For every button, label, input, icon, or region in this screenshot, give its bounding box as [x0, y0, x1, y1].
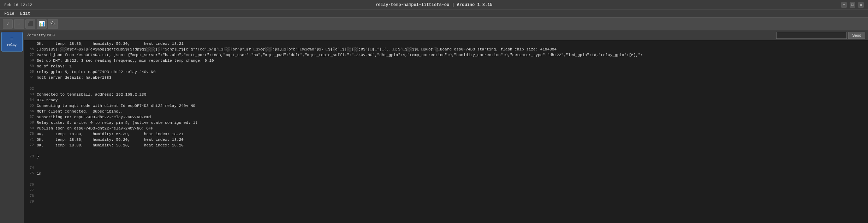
line-content: mqtt server details: ha.abe/1883: [37, 75, 868, 80]
line-row: 66MQTT client connected. Subscribing..: [24, 109, 868, 114]
line-row: 76: [24, 182, 868, 188]
line-number: 71: [24, 137, 37, 143]
line-row: [24, 159, 868, 165]
line-row: 75in: [24, 171, 868, 176]
close-button[interactable]: ✕: [858, 2, 864, 8]
title-bar-center: relay-temp-hampel-littlefs-oo | Arduino …: [375, 2, 492, 7]
line-number: 69: [24, 126, 37, 131]
line-row: 73}: [24, 154, 868, 159]
line-row: [24, 148, 868, 154]
window-title: relay-temp-hampel-littlefs-oo | Arduino …: [375, 2, 492, 7]
line-row: OK, temp: 18.80, humidity: 56.30, heat i…: [24, 41, 868, 47]
minimize-button[interactable]: ─: [841, 2, 847, 8]
line-row: 69Publish json on esp0F74D3-dht22-relay-…: [24, 126, 868, 131]
relay-icon: ≡: [10, 36, 14, 43]
line-content: Relay state: 0, write: 0 to relay pin 5,…: [37, 120, 868, 126]
line-number: 70: [24, 131, 37, 137]
upload-button[interactable]: →: [14, 19, 24, 29]
line-number: 76: [24, 182, 37, 188]
line-content: in: [37, 171, 868, 176]
line-row: 72OK, temp: 18.80, humidity: 56.10, heat…: [24, 143, 868, 148]
line-row: 55;ld$$|$${|░░░d$c<¼$%[${c#$‰oğ¡goƒ¢c□p$…: [24, 47, 868, 52]
line-content: OTA ready: [37, 97, 868, 103]
send-area: Send: [776, 32, 865, 39]
line-number: 68: [24, 120, 37, 126]
line-content: OK, temp: 18.80, humidity: 56.30, heat i…: [37, 41, 868, 47]
sidebar: ≡ relay: [0, 30, 24, 223]
line-content: MQTT client connected. Subscribing..: [37, 109, 868, 114]
serial-top-bar: /dev/ttyUSB0 Send: [24, 30, 868, 40]
send-button[interactable]: Send: [848, 32, 865, 39]
line-content: OK, temp: 18.80, humidity: 56.30, heat i…: [37, 131, 868, 137]
line-row: 60relay gpio: 5, topic: esp0F74D3-dht22-…: [24, 69, 868, 75]
line-content: Connected to tennisball, address: 192.16…: [37, 92, 868, 97]
menu-edit[interactable]: Edit: [17, 11, 33, 17]
line-number: 73: [24, 154, 37, 159]
line-row: 67subscribing to: esp0F74D3-dht22-relay-…: [24, 114, 868, 120]
line-content: }: [37, 154, 868, 159]
line-number: 66: [24, 109, 37, 114]
line-row: 77: [24, 188, 868, 193]
title-bar: Feb 16 12:12 relay-temp-hampel-littlefs-…: [0, 0, 868, 10]
line-content: no of relays: 1: [37, 64, 868, 69]
line-row: 57Parsed json from /esp0F74D3.txt, json:…: [24, 52, 868, 58]
menu-bar: File Edit: [0, 10, 868, 18]
line-number: 67: [24, 114, 37, 120]
line-row: 74: [24, 165, 868, 171]
line-row: [24, 176, 868, 182]
line-number: 63: [24, 92, 37, 97]
toolbar: ✓ → ⬛ 📊 🔌: [0, 18, 868, 30]
line-content: OK, temp: 18.80, humidity: 56.10, heat i…: [37, 143, 868, 148]
serial-output[interactable]: OK, temp: 18.80, humidity: 56.30, heat i…: [24, 40, 868, 223]
line-number: 65: [24, 103, 37, 109]
title-bar-date: Feb 16 12:12: [4, 3, 32, 7]
line-row: 63Connected to tennisball, address: 192.…: [24, 92, 868, 97]
debug-button[interactable]: ⬛: [25, 19, 35, 29]
line-row: 65Connecting to mqtt node with client Id…: [24, 103, 868, 109]
menu-file[interactable]: File: [1, 11, 17, 17]
line-number: 78: [24, 193, 37, 199]
line-number: 64: [24, 97, 37, 103]
sidebar-tab-relay[interactable]: ≡ relay: [1, 32, 23, 52]
line-content: Parsed json from /esp0F74D3.txt, json: {…: [37, 52, 868, 58]
line-number: 74: [24, 165, 37, 171]
main-layout: ≡ relay /dev/ttyUSB0 Send OK, temp: 18.8…: [0, 30, 868, 223]
line-number: 59: [24, 64, 37, 69]
verify-button[interactable]: ✓: [3, 19, 13, 29]
line-row: 59no of relays: 1: [24, 64, 868, 69]
line-row: 79: [24, 199, 868, 205]
serial-monitor: /dev/ttyUSB0 Send OK, temp: 18.80, humid…: [24, 30, 868, 223]
line-content: Set up DHT: dht22, 3 sec reading frequen…: [37, 58, 868, 64]
line-content: subscribing to: esp0F74D3-dht22-relay-24…: [37, 114, 868, 120]
line-row: 71OK, temp: 18.80, humidity: 56.20, heat…: [24, 137, 868, 143]
line-row: [24, 80, 868, 86]
line-row: 58Set up DHT: dht22, 3 sec reading frequ…: [24, 58, 868, 64]
line-number: 62: [24, 86, 37, 92]
line-number: 72: [24, 143, 37, 148]
line-number: 57: [24, 52, 37, 58]
line-number: 79: [24, 199, 37, 205]
line-number: 61: [24, 75, 37, 80]
maximize-button[interactable]: □: [850, 2, 855, 8]
line-row: 78: [24, 193, 868, 199]
title-bar-right: ─ □ ✕: [841, 2, 864, 8]
line-content: relay gpio: 5, topic: esp0F74D3-dht22-re…: [37, 69, 868, 75]
port-label: /dev/ttyUSB0: [27, 33, 55, 37]
title-bar-left: Feb 16 12:12: [4, 3, 32, 7]
line-content: ;ld$$|$${|░░░d$c<¼$%[${c#$‰oğ¡goƒ¢c□p$$(…: [37, 47, 868, 52]
line-row: 64OTA ready: [24, 97, 868, 103]
line-row: 70OK, temp: 18.80, humidity: 56.30, heat…: [24, 131, 868, 137]
send-input[interactable]: [776, 32, 847, 39]
serial-monitor-button[interactable]: 🔌: [48, 19, 58, 29]
sidebar-tab-label: relay: [7, 43, 17, 47]
line-row: 68Relay state: 0, write: 0 to relay pin …: [24, 120, 868, 126]
line-row: 61mqtt server details: ha.abe/1883: [24, 75, 868, 80]
line-number: 60: [24, 69, 37, 75]
line-content: OK, temp: 18.80, humidity: 56.20, heat i…: [37, 137, 868, 143]
line-number: 75: [24, 171, 37, 176]
line-number: 77: [24, 188, 37, 193]
line-number: 55: [24, 47, 37, 52]
serial-plotter-button[interactable]: 📊: [37, 19, 47, 29]
line-number: 58: [24, 58, 37, 64]
line-content: Connecting to mqtt node with client Id e…: [37, 103, 868, 109]
